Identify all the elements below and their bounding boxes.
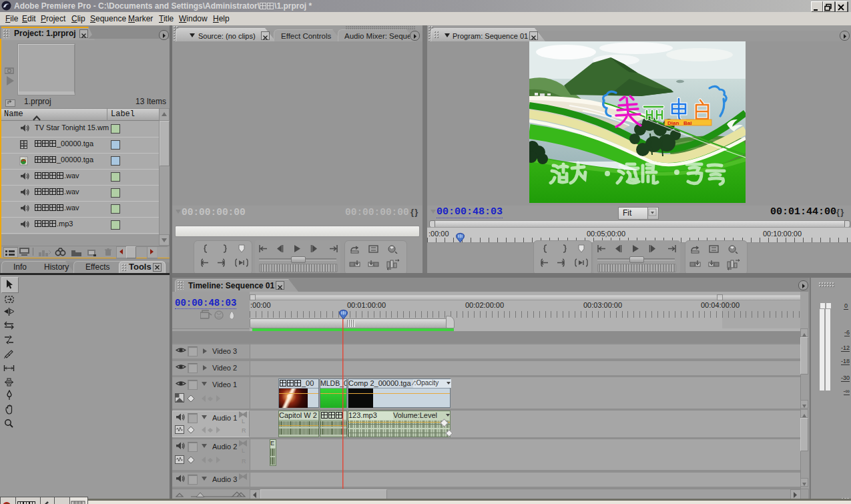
svg-text:Dian Bai: Dian Bai	[667, 120, 691, 126]
